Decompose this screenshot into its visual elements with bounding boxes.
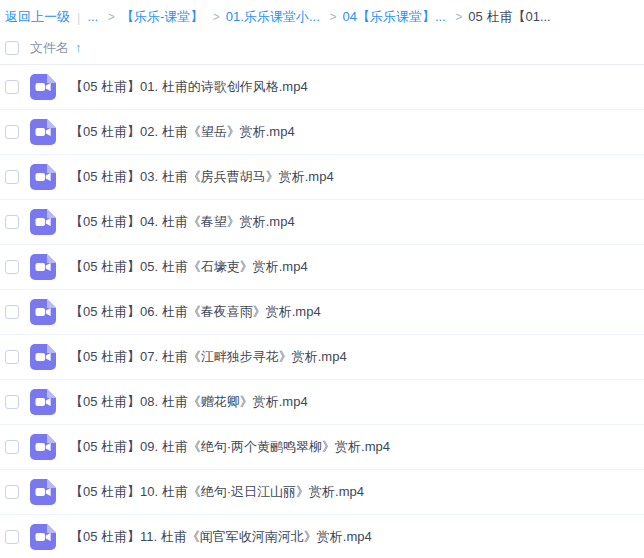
file-row[interactable]: 【05 杜甫】10. 杜甫《绝句·迟日江山丽》赏析.mp4 <box>0 470 644 515</box>
breadcrumb-item[interactable]: 04【乐乐课堂】... <box>342 8 445 26</box>
select-all-checkbox[interactable] <box>5 41 19 55</box>
breadcrumb-items: ... > 【乐乐-课堂】 > 01.乐乐课堂小... > 04【乐乐课堂】..… <box>87 8 550 26</box>
file-list-header: 文件名 ↑ <box>0 31 644 65</box>
row-checkbox[interactable] <box>5 215 19 229</box>
breadcrumb: 返回上一级 | ... > 【乐乐-课堂】 > 01.乐乐课堂小... > 04… <box>0 0 644 31</box>
file-name[interactable]: 【05 杜甫】01. 杜甫的诗歌创作风格.mp4 <box>70 78 308 96</box>
breadcrumb-separator: > <box>329 10 336 24</box>
file-name[interactable]: 【05 杜甫】04. 杜甫《春望》赏析.mp4 <box>70 213 295 231</box>
file-list: 【05 杜甫】01. 杜甫的诗歌创作风格.mp4 【05 杜甫】02. 杜甫《望… <box>0 65 644 558</box>
file-row[interactable]: 【05 杜甫】03. 杜甫《房兵曹胡马》赏析.mp4 <box>0 155 644 200</box>
file-row[interactable]: 【05 杜甫】05. 杜甫《石壕吏》赏析.mp4 <box>0 245 644 290</box>
row-checkbox[interactable] <box>5 305 19 319</box>
row-checkbox[interactable] <box>5 125 19 139</box>
file-name[interactable]: 【05 杜甫】03. 杜甫《房兵曹胡马》赏析.mp4 <box>70 168 334 186</box>
filename-column-header[interactable]: 文件名 <box>30 39 69 57</box>
file-row[interactable]: 【05 杜甫】04. 杜甫《春望》赏析.mp4 <box>0 200 644 245</box>
file-name[interactable]: 【05 杜甫】08. 杜甫《赠花卿》赏析.mp4 <box>70 393 308 411</box>
file-row[interactable]: 【05 杜甫】06. 杜甫《春夜喜雨》赏析.mp4 <box>0 290 644 335</box>
video-file-icon <box>30 434 56 460</box>
file-name[interactable]: 【05 杜甫】02. 杜甫《望岳》赏析.mp4 <box>70 123 295 141</box>
breadcrumb-item-current: 05 杜甫【01... <box>468 8 550 26</box>
row-checkbox[interactable] <box>5 80 19 94</box>
row-checkbox[interactable] <box>5 350 19 364</box>
file-name[interactable]: 【05 杜甫】09. 杜甫《绝句·两个黄鹂鸣翠柳》赏析.mp4 <box>70 438 390 456</box>
file-row[interactable]: 【05 杜甫】01. 杜甫的诗歌创作风格.mp4 <box>0 65 644 110</box>
breadcrumb-item[interactable]: ... <box>87 9 98 24</box>
row-checkbox[interactable] <box>5 260 19 274</box>
video-file-icon <box>30 299 56 325</box>
file-row[interactable]: 【05 杜甫】02. 杜甫《望岳》赏析.mp4 <box>0 110 644 155</box>
file-name[interactable]: 【05 杜甫】10. 杜甫《绝句·迟日江山丽》赏析.mp4 <box>70 483 364 501</box>
row-checkbox[interactable] <box>5 530 19 544</box>
file-row[interactable]: 【05 杜甫】11. 杜甫《闻官军收河南河北》赏析.mp4 <box>0 515 644 558</box>
file-row[interactable]: 【05 杜甫】07. 杜甫《江畔独步寻花》赏析.mp4 <box>0 335 644 380</box>
breadcrumb-pipe-separator: | <box>77 10 80 25</box>
video-file-icon <box>30 389 56 415</box>
file-name[interactable]: 【05 杜甫】07. 杜甫《江畔独步寻花》赏析.mp4 <box>70 348 347 366</box>
breadcrumb-item[interactable]: 【乐乐-课堂】 <box>121 8 203 26</box>
back-to-parent-link[interactable]: 返回上一级 <box>5 8 70 26</box>
row-checkbox[interactable] <box>5 485 19 499</box>
row-checkbox[interactable] <box>5 170 19 184</box>
sort-ascending-icon[interactable]: ↑ <box>75 40 82 55</box>
file-name[interactable]: 【05 杜甫】05. 杜甫《石壕吏》赏析.mp4 <box>70 258 308 276</box>
file-name[interactable]: 【05 杜甫】11. 杜甫《闻官军收河南河北》赏析.mp4 <box>70 528 372 546</box>
video-file-icon <box>30 479 56 505</box>
breadcrumb-separator: > <box>108 10 115 24</box>
video-file-icon <box>30 209 56 235</box>
video-file-icon <box>30 74 56 100</box>
file-row[interactable]: 【05 杜甫】08. 杜甫《赠花卿》赏析.mp4 <box>0 380 644 425</box>
breadcrumb-separator: > <box>455 10 462 24</box>
row-checkbox[interactable] <box>5 440 19 454</box>
video-file-icon <box>30 344 56 370</box>
video-file-icon <box>30 254 56 280</box>
breadcrumb-separator: > <box>213 10 220 24</box>
video-file-icon <box>30 524 56 550</box>
file-name[interactable]: 【05 杜甫】06. 杜甫《春夜喜雨》赏析.mp4 <box>70 303 321 321</box>
file-row[interactable]: 【05 杜甫】09. 杜甫《绝句·两个黄鹂鸣翠柳》赏析.mp4 <box>0 425 644 470</box>
video-file-icon <box>30 164 56 190</box>
row-checkbox[interactable] <box>5 395 19 409</box>
video-file-icon <box>30 119 56 145</box>
breadcrumb-item[interactable]: 01.乐乐课堂小... <box>226 8 320 26</box>
